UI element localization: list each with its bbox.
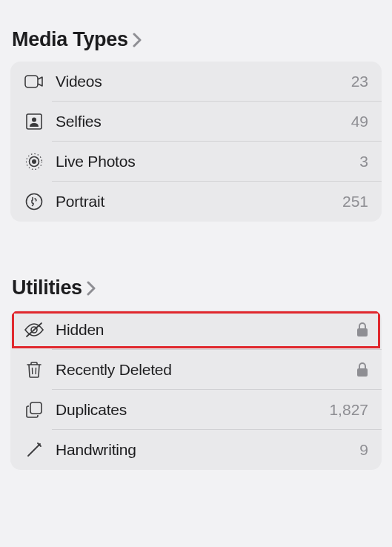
portrait-icon [24, 193, 44, 210]
item-count: 1,827 [329, 401, 368, 419]
lock-icon [356, 322, 368, 337]
utilities-section: Utilities Hidden [0, 248, 392, 470]
list-item-hidden[interactable]: Hidden [10, 310, 382, 350]
list-item-handwriting[interactable]: Handwriting 9 [10, 430, 382, 470]
svg-point-6 [27, 194, 42, 210]
media-types-section: Media Types Videos 23 [0, 0, 392, 222]
item-label: Recently Deleted [56, 361, 356, 379]
svg-rect-13 [30, 402, 41, 414]
item-count: 9 [359, 441, 368, 459]
utilities-list: Hidden Recently Deleted [10, 310, 382, 470]
media-types-title: Media Types [12, 28, 128, 51]
hidden-eye-icon [24, 322, 44, 338]
item-label: Videos [56, 73, 351, 90]
chevron-right-icon [133, 33, 142, 47]
list-item-duplicates[interactable]: Duplicates 1,827 [10, 390, 382, 430]
item-label: Portrait [56, 193, 342, 210]
utilities-header[interactable]: Utilities [10, 248, 382, 310]
live-photos-icon [24, 153, 44, 170]
item-label: Live Photos [56, 153, 359, 170]
item-count: 23 [351, 73, 368, 90]
lock-icon [356, 362, 368, 377]
trash-icon [24, 361, 44, 379]
handwriting-icon [24, 441, 44, 459]
video-icon [24, 75, 44, 88]
selfie-icon [24, 113, 44, 130]
chevron-right-icon [87, 281, 96, 296]
list-item-videos[interactable]: Videos 23 [10, 62, 382, 102]
list-item-recently-deleted[interactable]: Recently Deleted [10, 350, 382, 390]
svg-point-3 [32, 159, 36, 164]
duplicates-icon [24, 401, 44, 419]
media-types-header[interactable]: Media Types [10, 0, 382, 62]
item-label: Hidden [56, 321, 356, 339]
list-item-live-photos[interactable]: Live Photos 3 [10, 142, 382, 182]
svg-rect-12 [357, 368, 368, 377]
item-count: 3 [359, 153, 368, 170]
item-count: 251 [342, 193, 368, 210]
svg-point-2 [32, 118, 36, 122]
item-label: Duplicates [56, 401, 329, 419]
utilities-title: Utilities [12, 276, 82, 299]
list-item-portrait[interactable]: Portrait 251 [10, 182, 382, 222]
item-label: Handwriting [56, 441, 359, 459]
item-count: 49 [351, 113, 368, 130]
list-item-selfies[interactable]: Selfies 49 [10, 102, 382, 142]
svg-line-8 [27, 323, 41, 337]
svg-rect-9 [357, 328, 368, 337]
svg-rect-0 [25, 76, 38, 87]
item-label: Selfies [56, 113, 351, 130]
media-types-list: Videos 23 Selfies 49 Liv [10, 62, 382, 222]
